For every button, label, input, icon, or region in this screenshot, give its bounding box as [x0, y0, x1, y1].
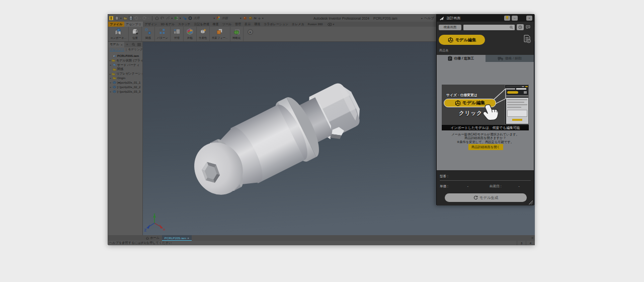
ribbon-tab-3[interactable]: 3D モデル: [159, 22, 177, 27]
tab-spec-addwork[interactable]: 仕様 / 追加工: [437, 55, 486, 62]
ribbon-tab-6[interactable]: 検査: [211, 22, 220, 27]
ribbon-tab-2[interactable]: デザイン: [143, 22, 159, 27]
tree-expander[interactable]: +: [109, 86, 112, 89]
qat-customize-dropdown-icon[interactable]: ▾: [262, 17, 264, 20]
tree-node-2[interactable]: +サード パーティ: [109, 63, 142, 67]
panel-minimize-button[interactable]: –: [512, 16, 518, 21]
tree-expander[interactable]: +: [109, 63, 112, 66]
appearance-icon: [187, 28, 193, 35]
ribbon-tab-10[interactable]: 環境: [253, 22, 262, 27]
tree-node-5[interactable]: +Origin: [109, 76, 142, 81]
price-delivery-row: 単価 : - 出荷日 : -: [440, 184, 531, 189]
tree-expander[interactable]: +: [109, 59, 111, 62]
quote-document-icon[interactable]: [523, 35, 531, 43]
browser-search-icon[interactable]: [132, 43, 135, 46]
parameters-fx-icon[interactable]: fx: [254, 17, 257, 20]
tree-node-4[interactable]: +リプレゼンテーション: [109, 72, 142, 76]
doc-tabs-menu-icon[interactable]: ≡: [531, 236, 533, 240]
ribbon-tab-11[interactable]: コラボレーション: [262, 22, 290, 27]
tree-node-6[interactable]: +[●]pcrlp20s_01_1: [109, 81, 142, 85]
document-tab-active[interactable]: PCRLP20S.iam ×: [162, 235, 192, 241]
ribbon-tab-12[interactable]: エレメカ: [290, 22, 306, 27]
open-icon[interactable]: [123, 16, 127, 20]
redo-icon[interactable]: [142, 16, 146, 20]
tree-node-0[interactable]: PCRLP20S.iam: [109, 54, 142, 58]
assembly-link[interactable]: アセンブリ: [110, 48, 124, 52]
update-dropdown-icon[interactable]: ▾: [180, 17, 181, 20]
appearance-combo[interactable]: 外観 ▾: [222, 16, 242, 21]
ribbon-tab-overflow-icon[interactable]: ▾: [325, 22, 338, 27]
ribbon-collapse-button[interactable]: ▼: [248, 29, 253, 35]
browser-add-tab-icon[interactable]: +: [126, 43, 128, 46]
ribbon-tab-0[interactable]: ファイル: [108, 22, 124, 27]
move-icon[interactable]: ✛: [258, 17, 261, 20]
update-icon[interactable]: [174, 16, 178, 20]
panel-close-button[interactable]: ×: [526, 16, 532, 21]
adjust-sphere-icon[interactable]: [243, 16, 247, 20]
tree-expander[interactable]: +: [109, 77, 112, 80]
search-input[interactable]: [463, 25, 515, 30]
feedback-bubble-icon[interactable]: [526, 25, 530, 29]
help-label[interactable]: ヘルプ: [424, 16, 434, 21]
undo-icon[interactable]: [134, 16, 138, 20]
tree-expander[interactable]: +: [109, 81, 112, 84]
browser-header: モデル × +: [108, 42, 142, 47]
material-dropdown-icon[interactable]: ▾: [214, 17, 215, 20]
ribbon-tab-7[interactable]: ツール: [220, 22, 233, 27]
modeling-link[interactable]: モデリング: [128, 48, 142, 52]
browser-tab-close-icon[interactable]: ×: [121, 43, 123, 46]
help-arrow-icon[interactable]: ▸: [422, 17, 423, 20]
ribbon-group-1[interactable]: 位置: [129, 27, 142, 41]
adjust-sphere2-icon[interactable]: [249, 16, 253, 20]
ribbon-group-2[interactable]: 関係: [142, 27, 155, 41]
new-file-dropdown-icon[interactable]: ▾: [120, 17, 122, 20]
ribbon-group-6[interactable]: 生産性: [197, 27, 210, 41]
ribbon-group-8[interactable]: 簡略化: [230, 27, 244, 41]
ribbon-group-0[interactable]: コンポーネ...: [108, 27, 129, 41]
material-combo[interactable]: 汎用 ▾: [194, 16, 215, 21]
ribbon-tab-8[interactable]: 管理: [233, 22, 243, 27]
ribbon-tab-9[interactable]: 表示: [243, 22, 253, 27]
appearance-wheel-icon[interactable]: [216, 16, 220, 20]
measure-icon[interactable]: [183, 16, 187, 20]
save-icon[interactable]: [129, 16, 133, 20]
tree-node-7[interactable]: +[○]pcrlp20s_02_2: [109, 85, 142, 90]
sketch-icon[interactable]: [166, 16, 170, 20]
ribbon-tab-1[interactable]: アセンブリ: [124, 22, 143, 27]
return-icon[interactable]: [160, 16, 165, 20]
document-tab-close-icon[interactable]: ×: [187, 236, 189, 240]
ribbon-tab-13[interactable]: Fusion 360: [306, 22, 325, 27]
browser-tab-model[interactable]: モデル ×: [108, 42, 124, 47]
history-button[interactable]: [517, 24, 524, 30]
tree-expander[interactable]: +: [109, 73, 111, 76]
tree-expander[interactable]: +: [109, 90, 112, 93]
home-tab[interactable]: ホーム: [143, 235, 162, 241]
ribbon-group-4[interactable]: 管理: [171, 27, 184, 41]
new-file-icon[interactable]: [115, 16, 119, 20]
tree-node-3[interactable]: 関係: [109, 67, 142, 72]
ribbon-group-3[interactable]: パターン: [155, 27, 171, 41]
material-icon[interactable]: [188, 16, 192, 20]
tree-node-1[interactable]: +モデル状態: [プライマリ]: [109, 58, 142, 63]
ribbon-group-5[interactable]: 外観: [184, 27, 197, 41]
search-icon[interactable]: [510, 26, 513, 29]
message-line1: メーカー提供CADモデルが選択されています。: [437, 132, 534, 136]
sketch-dropdown-icon[interactable]: ▾: [172, 17, 173, 20]
ribbon-tab-4[interactable]: スケッチ: [177, 22, 193, 27]
panel-pin-button[interactable]: [504, 16, 510, 21]
toolbar-separator: [152, 16, 152, 21]
tree-node-8[interactable]: +[○]pcrlp20s_03_3: [109, 89, 142, 94]
panel-resize-grip[interactable]: [529, 200, 533, 204]
unit-price-value: -: [467, 184, 468, 189]
tab-price-delivery[interactable]: 価格 / 納期: [486, 55, 534, 62]
open-product-detail-button[interactable]: 商品詳細画面を開く: [468, 144, 503, 150]
generate-model-button[interactable]: モデル生成: [445, 193, 527, 202]
ribbon-group-7[interactable]: 作業フィー...: [210, 27, 230, 41]
banner-click-text: クリック: [459, 110, 482, 117]
search-screen-button[interactable]: 検索画面: [439, 25, 461, 30]
browser-menu-icon[interactable]: [137, 43, 141, 46]
ribbon-tab-5[interactable]: 注記を作成: [192, 22, 211, 27]
home-icon[interactable]: [155, 16, 159, 20]
appearance-dropdown-icon[interactable]: ▾: [240, 17, 242, 20]
model-edit-button[interactable]: モデル編集: [439, 35, 485, 45]
